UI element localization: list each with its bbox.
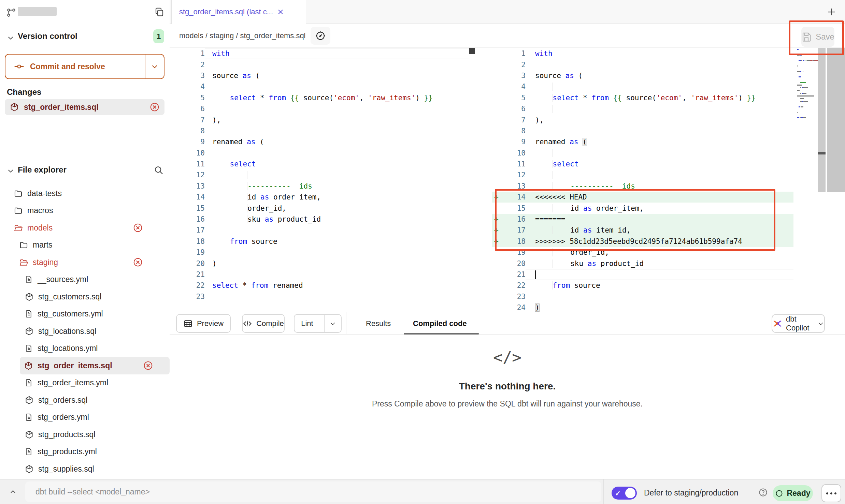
lint-dropdown-button[interactable] xyxy=(324,315,341,332)
file-tree-item-models[interactable]: models xyxy=(0,219,170,237)
file-tree-item-marts[interactable]: marts xyxy=(0,237,170,254)
discard-change-icon[interactable] xyxy=(149,102,160,112)
changed-file-item[interactable]: stg_order_items.sql xyxy=(5,99,164,115)
overflow-menu-button[interactable] xyxy=(821,484,841,502)
file-tree-item-stg-locations-yml[interactable]: stg_locations.yml xyxy=(0,340,170,357)
git-branch-icon[interactable] xyxy=(6,8,16,18)
code-line-5[interactable]: 5 select * from {{ source('ecom', 'raw_i… xyxy=(492,92,793,103)
file-explorer-collapse-icon[interactable] xyxy=(7,167,14,175)
file-tree-item-stg-locations-sql[interactable]: stg_locations.sql xyxy=(0,323,170,340)
editor-scrollbar[interactable] xyxy=(818,48,826,192)
code-line-13[interactable]: 13 ---------- ids xyxy=(492,181,793,192)
file-tree-item-macros[interactable]: macros xyxy=(0,202,170,220)
code-line-1[interactable]: 1with xyxy=(492,48,793,59)
code-line-4[interactable]: 4 xyxy=(170,81,469,92)
code-line-15[interactable]: 15 id as order_item, xyxy=(492,203,793,213)
diff-pane-original[interactable]: 1with23source as (4 5 select * from {{ s… xyxy=(170,48,469,302)
code-line-23[interactable]: 23 xyxy=(170,291,469,302)
code-line-2[interactable]: 2 xyxy=(170,59,469,70)
status-ready-badge[interactable]: Ready xyxy=(773,485,813,501)
tab-close-icon[interactable] xyxy=(276,8,285,16)
code-line-9[interactable]: 9renamed as ( xyxy=(170,136,469,147)
code-line-15[interactable]: 15 order_id, xyxy=(170,203,469,213)
code-line-12[interactable]: 12 xyxy=(170,169,469,180)
code-line-11[interactable]: 11 select xyxy=(170,159,469,169)
code-line-24[interactable]: 24) xyxy=(492,302,793,313)
file-tree-item-stg-order-items-sql[interactable]: stg_order_items.sql xyxy=(20,357,170,374)
code-line-10[interactable]: 10 xyxy=(170,148,469,159)
file-tree-item-data-tests[interactable]: data-tests xyxy=(0,185,170,202)
chevron-up-icon[interactable] xyxy=(7,486,19,497)
code-line-2[interactable]: 2 xyxy=(492,59,793,70)
code-line-17[interactable]: 17 xyxy=(170,225,469,236)
discard-change-icon[interactable] xyxy=(133,223,143,233)
code-line-19[interactable]: 19 xyxy=(170,247,469,258)
commit-dropdown-button[interactable] xyxy=(145,55,164,78)
code-line-3[interactable]: 3source as ( xyxy=(492,70,793,81)
code-line-14[interactable]: +14<<<<<<< HEAD xyxy=(492,192,793,203)
code-line-14[interactable]: 14 id as order_item, xyxy=(170,192,469,203)
file-tree-item-stg-supplies-sql[interactable]: stg_supplies.sql xyxy=(0,460,170,478)
code-line-17[interactable]: +17 id as item_id, xyxy=(492,225,793,236)
code-line-11[interactable]: 11 select xyxy=(492,159,793,169)
code-line-13[interactable]: 13 ---------- ids xyxy=(170,181,469,192)
file-tree-item-stg-products-sql[interactable]: stg_products.sql xyxy=(0,426,170,443)
code-line-4[interactable]: 4 xyxy=(492,81,793,92)
code-line-20[interactable]: 20 sku as product_id xyxy=(492,258,793,269)
code-line-18[interactable]: +18>>>>>>> 58c1dd23d5eebd9cd2495fa7124ab… xyxy=(492,236,793,247)
code-line-7[interactable]: 7), xyxy=(492,114,793,125)
file-tree-item--sources-yml[interactable]: __sources.yml xyxy=(0,271,170,288)
code-line-16[interactable]: +16======= xyxy=(492,214,793,225)
file-tree-item-stg-orders-yml[interactable]: stg_orders.yml xyxy=(0,409,170,426)
code-line-6[interactable]: 6 xyxy=(170,103,469,114)
code-line-19[interactable]: 19 order_id, xyxy=(492,247,793,258)
code-line-7[interactable]: 7), xyxy=(170,114,469,125)
code-line-3[interactable]: 3source as ( xyxy=(170,70,469,81)
tab-compiled-code[interactable]: Compiled code xyxy=(413,312,467,335)
code-line-6[interactable]: 6 xyxy=(492,103,793,114)
file-tree-item-stg-order-items-yml[interactable]: stg_order_items.yml xyxy=(0,374,170,392)
code-line-22[interactable]: 22 from source xyxy=(492,280,793,291)
discard-change-icon[interactable] xyxy=(143,360,153,371)
editor-scrollbar-thumb[interactable] xyxy=(818,152,826,154)
code-line-8[interactable]: 8 xyxy=(170,125,469,136)
copy-icon[interactable] xyxy=(154,7,164,17)
code-line-20[interactable]: 20) xyxy=(170,258,469,269)
tab-results[interactable]: Results xyxy=(366,312,391,335)
code-line-12[interactable]: 12 xyxy=(492,169,793,180)
code-line-18[interactable]: 18 from source xyxy=(170,236,469,247)
left-pane-scrollbar-thumb[interactable] xyxy=(469,48,475,54)
code-line-23[interactable]: 23 xyxy=(492,291,793,302)
code-line-8[interactable]: 8 xyxy=(492,125,793,136)
save-button[interactable]: Save xyxy=(801,27,834,47)
defer-toggle[interactable]: ✓ xyxy=(612,487,637,500)
preview-button[interactable]: Preview xyxy=(176,314,231,333)
code-line-10[interactable]: 10 xyxy=(492,148,793,159)
file-tree-item-staging[interactable]: staging xyxy=(0,254,170,271)
compile-button[interactable]: Compile xyxy=(242,314,285,333)
code-line-21[interactable]: 21 xyxy=(492,269,793,280)
command-input[interactable]: dbt build --select <model_name> xyxy=(25,481,601,502)
lineage-compass-button[interactable] xyxy=(311,27,330,45)
file-tree-item-stg-customers-yml[interactable]: stg_customers.yml xyxy=(0,306,170,323)
help-icon[interactable] xyxy=(758,488,768,497)
search-icon[interactable] xyxy=(154,165,164,175)
tab-stg-order-items[interactable]: stg_order_items.sql (last c... xyxy=(171,0,306,24)
code-line-22[interactable]: 22select * from renamed xyxy=(170,280,469,291)
code-line-5[interactable]: 5 select * from {{ source('ecom', 'raw_i… xyxy=(170,92,469,103)
code-line-21[interactable]: 21 xyxy=(170,269,469,280)
file-tree-item-stg-orders-sql[interactable]: stg_orders.sql xyxy=(0,391,170,409)
minimap[interactable] xyxy=(796,48,817,127)
discard-change-icon[interactable] xyxy=(133,257,143,267)
file-tree-item-stg-customers-sql[interactable]: stg_customers.sql xyxy=(0,288,170,306)
diff-pane-modified[interactable]: 1with23source as (4 5 select * from {{ s… xyxy=(492,48,793,346)
file-tree-item-stg-products-yml[interactable]: stg_products.yml xyxy=(0,443,170,461)
lint-button[interactable]: Lint xyxy=(295,315,320,332)
commit-and-resolve-button[interactable]: Commit and resolve xyxy=(5,54,164,79)
code-line-9[interactable]: 9renamed as ( xyxy=(492,136,793,147)
new-tab-button[interactable] xyxy=(826,6,838,18)
code-line-16[interactable]: 16 sku as product_id xyxy=(170,214,469,225)
version-control-collapse-icon[interactable] xyxy=(7,34,14,42)
dbt-copilot-button[interactable]: dbt Copilot xyxy=(772,314,825,333)
code-line-1[interactable]: 1with xyxy=(170,48,469,59)
